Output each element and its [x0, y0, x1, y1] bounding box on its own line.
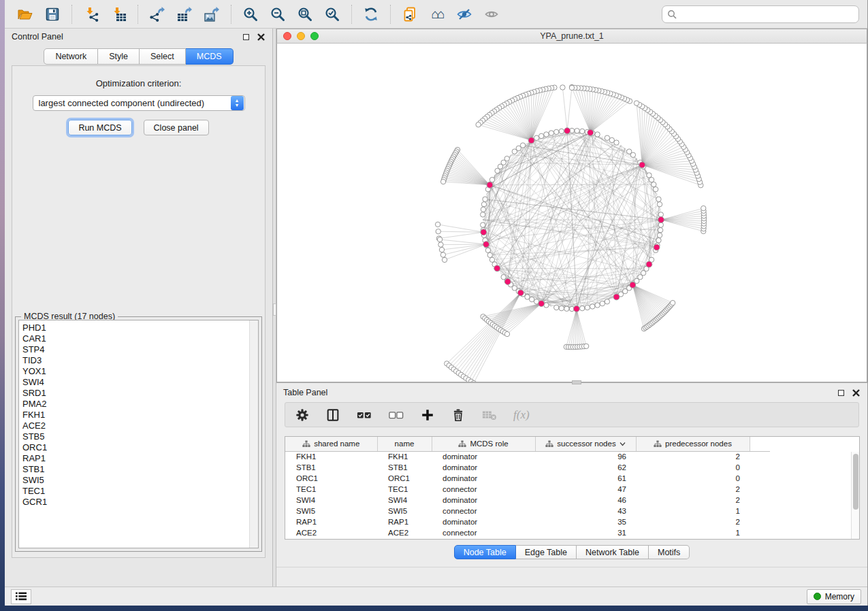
close-panel-icon[interactable]: [851, 388, 861, 397]
search-input[interactable]: [677, 10, 854, 20]
function-builder-icon: f(x): [513, 408, 530, 422]
close-panel-icon[interactable]: [256, 32, 266, 42]
column-header-shared-name[interactable]: shared name: [285, 437, 377, 451]
table-header-row: shared namenameMCDS rolesuccessor nodesp…: [285, 437, 770, 451]
main-toolbar: ⌂⌂: [5, 0, 867, 29]
result-list-item[interactable]: STP4: [22, 344, 258, 355]
table-panel-title: Table Panel: [283, 388, 327, 397]
close-panel-button[interactable]: Close panel: [144, 120, 209, 135]
application-window: ⌂⌂ Control Panel NetworkStyleSelectMCDS: [5, 0, 868, 606]
split-columns-icon[interactable]: [325, 408, 340, 423]
share-document-icon[interactable]: [398, 3, 421, 26]
control-panel-header: Control Panel: [5, 29, 272, 45]
column-header-predecessor-nodes[interactable]: predecessor nodes: [636, 437, 750, 451]
result-list-item[interactable]: SWI4: [22, 377, 258, 388]
table-panel: Table Panel: [276, 383, 867, 587]
result-list-item[interactable]: GCR1: [22, 497, 258, 508]
node-table: shared namenameMCDS rolesuccessor nodesp…: [285, 436, 860, 540]
float-panel-icon[interactable]: [836, 388, 846, 397]
save-session-icon[interactable]: [41, 3, 64, 26]
table-row[interactable]: TEC1TEC1connector472: [285, 484, 770, 495]
toolbar-separator: [390, 5, 391, 24]
table-row[interactable]: YOX1YOX1connector291: [285, 538, 770, 540]
tab-edge-table[interactable]: Edge Table: [516, 545, 577, 559]
search-network-icon[interactable]: ⌂⌂: [425, 3, 449, 26]
network-window: YPA_prune.txt_1: [276, 29, 867, 383]
network-canvas: [276, 44, 867, 382]
table-scrollbar[interactable]: [851, 452, 859, 539]
delete-column-icon[interactable]: [451, 408, 466, 423]
tab-network-table[interactable]: Network Table: [577, 545, 649, 559]
mcds-result-list: PHD1CAR1STP4TID3YOX1SWI4SRD1PMA2FKH1ACE2…: [18, 320, 259, 548]
result-list-item[interactable]: ORC1: [22, 442, 258, 453]
export-table-icon[interactable]: [173, 3, 196, 26]
zoom-in-icon[interactable]: [239, 3, 262, 26]
result-list-item[interactable]: CAR1: [22, 333, 258, 344]
tab-motifs[interactable]: Motifs: [649, 545, 690, 559]
column-header-name[interactable]: name: [377, 437, 432, 451]
show-all-columns-icon[interactable]: [356, 408, 372, 423]
result-list-item[interactable]: PHD1: [22, 323, 258, 333]
result-list-item[interactable]: TEC1: [22, 486, 258, 497]
table-row[interactable]: SWI5SWI5connector431: [285, 506, 770, 516]
hide-glasses-icon[interactable]: [453, 3, 476, 26]
result-list-item[interactable]: PMA2: [22, 399, 258, 410]
result-list-item[interactable]: SRD1: [22, 388, 258, 399]
result-list-item[interactable]: STB1: [22, 464, 258, 475]
table-row[interactable]: ORC1ORC1dominator610: [285, 473, 770, 484]
table-row[interactable]: STB1STB1dominator620: [285, 462, 770, 473]
add-column-icon[interactable]: [420, 408, 435, 423]
result-list-item[interactable]: FKH1: [22, 410, 258, 420]
export-image-icon[interactable]: [200, 3, 223, 26]
run-mcds-button[interactable]: Run MCDS: [68, 120, 131, 135]
column-header-successor-nodes[interactable]: successor nodes: [535, 437, 636, 451]
hide-all-columns-icon[interactable]: [388, 408, 404, 423]
status-bar: Memory: [5, 587, 867, 606]
table-row[interactable]: FKH1FKH1dominator962: [285, 451, 770, 462]
task-history-button[interactable]: [11, 589, 31, 604]
result-list-item[interactable]: STB5: [22, 431, 258, 442]
control-panel-tabs: NetworkStyleSelectMCDS: [5, 48, 272, 65]
tab-node-table[interactable]: Node Table: [454, 545, 516, 559]
column-header-MCDS-role[interactable]: MCDS role: [432, 437, 535, 451]
result-list-scrollbar[interactable]: [249, 320, 258, 548]
result-list-item[interactable]: ACE2: [22, 420, 258, 431]
toolbar-separator: [71, 5, 72, 24]
table-row[interactable]: RAP1RAP1dominator352: [285, 516, 770, 527]
tab-style[interactable]: Style: [98, 48, 140, 65]
mcds-result-group: MCDS result (17 nodes) PHD1CAR1STP4TID3Y…: [15, 316, 262, 552]
gear-icon[interactable]: [295, 408, 310, 423]
tab-select[interactable]: Select: [140, 48, 186, 65]
export-network-icon[interactable]: [146, 3, 169, 26]
result-list-item[interactable]: RAP1: [22, 453, 258, 464]
memory-label: Memory: [825, 592, 854, 601]
import-table-icon[interactable]: [107, 3, 130, 26]
zoom-fit-icon[interactable]: [293, 3, 317, 26]
import-network-icon[interactable]: [80, 3, 103, 26]
float-panel-icon[interactable]: [241, 32, 251, 42]
show-eye-icon[interactable]: [480, 3, 503, 26]
result-list-item[interactable]: YOX1: [22, 366, 258, 377]
open-session-icon[interactable]: [14, 3, 37, 26]
table-tabs: Node TableEdge TableNetwork TableMotifs: [276, 545, 867, 559]
zoom-out-icon[interactable]: [266, 3, 289, 26]
horizontal-splitter-grip[interactable]: [572, 380, 581, 384]
table-row[interactable]: SWI4SWI4dominator462: [285, 495, 770, 506]
mcds-tab-panel: Optimization criterion: largest connecte…: [12, 65, 266, 558]
optimization-criterion-select[interactable]: largest connected component (undirected)…: [33, 95, 245, 111]
network-titlebar: YPA_prune.txt_1: [276, 29, 867, 44]
control-panel: Control Panel NetworkStyleSelectMCDS Opt…: [5, 29, 272, 587]
result-list-item[interactable]: TID3: [22, 355, 258, 366]
tab-network[interactable]: Network: [44, 48, 98, 65]
select-stepper-icon: ▲▼: [231, 96, 244, 110]
refresh-view-icon[interactable]: [359, 3, 383, 26]
network-window-title: YPA_prune.txt_1: [277, 31, 867, 41]
table-row[interactable]: ACE2ACE2connector311: [285, 527, 770, 538]
memory-button[interactable]: Memory: [807, 589, 861, 604]
zoom-selected-icon[interactable]: [321, 3, 344, 26]
table-scrollbar-thumb[interactable]: [853, 454, 858, 510]
tab-mcds[interactable]: MCDS: [186, 48, 234, 65]
control-panel-title: Control Panel: [12, 32, 63, 42]
network-graph[interactable]: [277, 44, 867, 382]
result-list-item[interactable]: SWI5: [22, 475, 258, 486]
